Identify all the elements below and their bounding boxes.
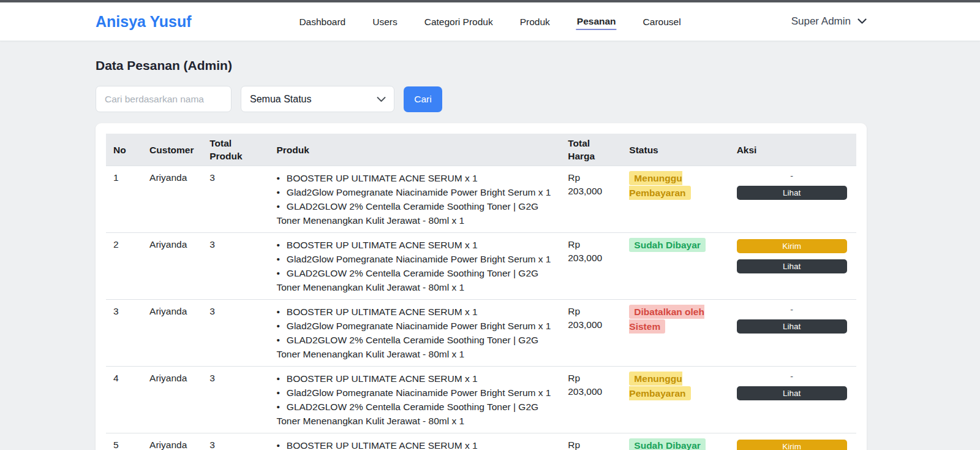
nav-link-categori-produk[interactable]: Categori Produk (424, 13, 494, 29)
produk-item: BOOSTER UP ULTIMATE ACNE SERUM x 1 (276, 372, 553, 386)
lihat-button[interactable]: Lihat (737, 186, 847, 200)
column-header-produk: Produk (269, 134, 560, 166)
nav-link-produk[interactable]: Produk (519, 13, 551, 29)
order-aksi-cell: KirimLihat (729, 233, 856, 300)
column-header-status: Status (622, 134, 729, 166)
order-no: 3 (106, 300, 142, 367)
user-menu-label: Super Admin (791, 15, 851, 28)
main-nav: DashboardUsersCategori ProdukProdukPesan… (298, 2, 681, 40)
order-status-cell: Menunggu Pembayaran (622, 166, 729, 233)
table-row: 2Ariyanda3BOOSTER UP ULTIMATE ACNE SERUM… (106, 233, 856, 300)
nav-link-users[interactable]: Users (372, 13, 398, 29)
table-row: 5Ariyanda3BOOSTER UP ULTIMATE ACNE SERUM… (106, 433, 856, 450)
status-badge: Sudah Dibayar (629, 238, 706, 252)
order-aksi-cell: -Lihat (729, 367, 856, 433)
no-action-dash: - (737, 373, 847, 380)
kirim-button[interactable]: Kirim (737, 440, 847, 450)
action-buttons: KirimLihat (737, 438, 847, 450)
action-buttons: -Lihat (737, 171, 847, 200)
produk-list: BOOSTER UP ULTIMATE ACNE SERUM x 1Glad2G… (276, 238, 553, 294)
order-customer: Ariyanda (142, 233, 202, 300)
kirim-button[interactable]: Kirim (737, 239, 847, 253)
order-total-produk: 3 (202, 300, 269, 367)
column-header-total-produk: Total Produk (202, 134, 269, 166)
table-row: 1Ariyanda3BOOSTER UP ULTIMATE ACNE SERUM… (106, 166, 856, 233)
nav-link-carousel[interactable]: Carousel (643, 13, 682, 29)
main-content: Data Pesanan (Admin) Semua Status Cari N… (96, 58, 867, 450)
order-total-harga: Rp 203,000 (560, 233, 622, 300)
order-total-harga: Rp 203,000 (560, 367, 622, 433)
brand-logo[interactable]: Anisya Yusuf (96, 13, 192, 31)
filter-bar: Semua Status Cari (96, 86, 867, 112)
action-buttons: -Lihat (737, 305, 847, 334)
status-badge: Dibatalkan oleh Sistem (629, 305, 704, 334)
order-total-harga: Rp 203,000 (560, 300, 622, 367)
orders-card: NoCustomerTotal ProdukProdukTotal HargaS… (96, 123, 867, 450)
order-total-produk: 3 (202, 433, 269, 450)
column-header-customer: Customer (142, 134, 202, 166)
table-row: 3Ariyanda3BOOSTER UP ULTIMATE ACNE SERUM… (106, 300, 856, 367)
status-badge: Sudah Dibayar (629, 438, 706, 450)
orders-table-head: NoCustomerTotal ProdukProdukTotal HargaS… (106, 134, 856, 166)
produk-item: Glad2Glow Pomegranate Niacinamide Power … (276, 252, 553, 266)
order-customer: Ariyanda (142, 367, 202, 433)
produk-item: GLAD2GLOW 2% Centella Ceramide Soothing … (276, 333, 553, 361)
order-produk-cell: BOOSTER UP ULTIMATE ACNE SERUM x 1Glad2G… (269, 367, 560, 433)
order-aksi-cell: -Lihat (729, 166, 856, 233)
user-menu-dropdown[interactable]: Super Admin (791, 15, 867, 28)
produk-item: Glad2Glow Pomegranate Niacinamide Power … (276, 386, 553, 400)
lihat-button[interactable]: Lihat (737, 259, 847, 273)
lihat-button[interactable]: Lihat (737, 386, 847, 400)
nav-link-dashboard[interactable]: Dashboard (298, 13, 346, 29)
produk-item: BOOSTER UP ULTIMATE ACNE SERUM x 1 (276, 305, 553, 319)
order-aksi-cell: -Lihat (729, 300, 856, 367)
order-no: 5 (106, 433, 142, 450)
order-produk-cell: BOOSTER UP ULTIMATE ACNE SERUM x 1Glad2G… (269, 433, 560, 450)
search-input[interactable] (96, 86, 232, 112)
produk-item: Glad2Glow Pomegranate Niacinamide Power … (276, 319, 553, 333)
order-customer: Ariyanda (142, 433, 202, 450)
produk-list: BOOSTER UP ULTIMATE ACNE SERUM x 1Glad2G… (276, 438, 553, 450)
produk-list: BOOSTER UP ULTIMATE ACNE SERUM x 1Glad2G… (276, 372, 553, 428)
produk-list: BOOSTER UP ULTIMATE ACNE SERUM x 1Glad2G… (276, 171, 553, 227)
produk-list: BOOSTER UP ULTIMATE ACNE SERUM x 1Glad2G… (276, 305, 553, 361)
table-row: 4Ariyanda3BOOSTER UP ULTIMATE ACNE SERUM… (106, 367, 856, 433)
orders-table-body: 1Ariyanda3BOOSTER UP ULTIMATE ACNE SERUM… (106, 166, 856, 450)
navbar: Anisya Yusuf DashboardUsersCategori Prod… (0, 2, 980, 41)
order-produk-cell: BOOSTER UP ULTIMATE ACNE SERUM x 1Glad2G… (269, 166, 560, 233)
no-action-dash: - (737, 306, 847, 313)
order-status-cell: Dibatalkan oleh Sistem (622, 300, 729, 367)
action-buttons: -Lihat (737, 372, 847, 400)
column-header-aksi: Aksi (729, 134, 856, 166)
order-status-cell: Sudah Dibayar (622, 233, 729, 300)
lihat-button[interactable]: Lihat (737, 319, 847, 334)
action-buttons: KirimLihat (737, 238, 847, 273)
order-aksi-cell: KirimLihat (729, 433, 856, 450)
order-no: 2 (106, 233, 142, 300)
column-header-no: No (106, 134, 142, 166)
order-produk-cell: BOOSTER UP ULTIMATE ACNE SERUM x 1Glad2G… (269, 300, 560, 367)
search-submit-button[interactable]: Cari (404, 86, 442, 112)
order-produk-cell: BOOSTER UP ULTIMATE ACNE SERUM x 1Glad2G… (269, 233, 560, 300)
nav-link-pesanan[interactable]: Pesanan (576, 13, 617, 30)
order-customer: Ariyanda (142, 300, 202, 367)
order-status-cell: Menunggu Pembayaran (622, 367, 729, 433)
page-title: Data Pesanan (Admin) (96, 58, 867, 73)
status-filter-select[interactable]: Semua Status (241, 86, 394, 112)
status-filter-wrap: Semua Status (241, 86, 394, 112)
no-action-dash: - (737, 172, 847, 180)
order-total-harga: Rp 203,000 (560, 433, 622, 450)
order-customer: Ariyanda (142, 166, 202, 233)
produk-item: Glad2Glow Pomegranate Niacinamide Power … (276, 185, 553, 199)
column-header-total-harga: Total Harga (560, 134, 622, 166)
order-total-harga: Rp 203,000 (560, 166, 622, 233)
status-badge: Menunggu Pembayaran (629, 171, 690, 200)
produk-item: GLAD2GLOW 2% Centella Ceramide Soothing … (276, 266, 553, 294)
order-total-produk: 3 (202, 233, 269, 300)
order-no: 4 (106, 367, 142, 433)
orders-table: NoCustomerTotal ProdukProdukTotal HargaS… (106, 134, 856, 450)
order-status-cell: Sudah Dibayar (622, 433, 729, 450)
produk-item: BOOSTER UP ULTIMATE ACNE SERUM x 1 (276, 438, 553, 450)
order-no: 1 (106, 166, 142, 233)
produk-item: BOOSTER UP ULTIMATE ACNE SERUM x 1 (276, 171, 553, 185)
